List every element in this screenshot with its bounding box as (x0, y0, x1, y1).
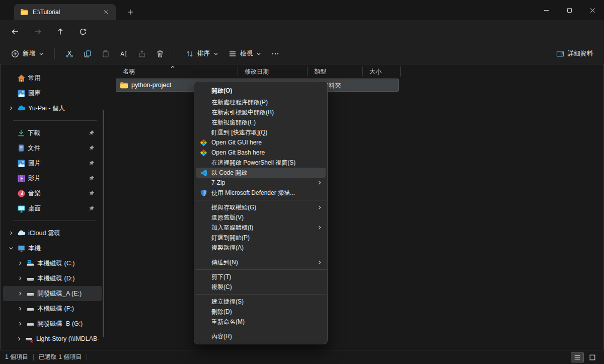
column-separator[interactable] (307, 66, 308, 77)
chevron-right-icon[interactable] (7, 106, 15, 111)
context-menu-item[interactable]: 開啟(O) (194, 84, 327, 97)
context-menu-item[interactable]: 傳送到(N) (194, 257, 327, 267)
sidebar-item[interactable]: 本機磁碟 (F:) (3, 301, 102, 316)
sidebar-item[interactable]: 圖庫 (3, 86, 102, 101)
column-header-name[interactable]: 名稱 (123, 67, 135, 76)
column-separator[interactable] (238, 66, 238, 77)
column-separator[interactable] (362, 66, 363, 77)
context-menu-item[interactable]: 釘選到開始(P) (194, 233, 327, 243)
sidebar-item[interactable]: 文件 (3, 140, 102, 156)
sidebar-item-label: 開發磁碟_A (E:) (37, 289, 82, 298)
menu-icon-spacer (199, 258, 207, 266)
sidebar-item[interactable]: Light-Story (\\IMDLAB-Del (3, 331, 102, 346)
tab-close-button[interactable] (100, 6, 113, 19)
large-icons-view-icon (589, 354, 596, 361)
new-tab-button[interactable] (124, 6, 137, 19)
details-view-button[interactable] (571, 352, 584, 362)
column-header-type[interactable]: 類型 (314, 67, 326, 76)
context-menu-item[interactable]: 剪下(T) (194, 272, 327, 282)
sidebar-item-label: 本機 (28, 244, 41, 253)
chevron-right-icon[interactable] (7, 231, 15, 236)
up-button[interactable] (52, 24, 68, 40)
menu-separator (195, 255, 327, 255)
menu-icon-spacer (199, 298, 207, 306)
chevron-down-icon[interactable] (7, 246, 15, 251)
chevron-right-icon[interactable] (16, 321, 24, 326)
context-menu-item[interactable]: 重新命名(M) (194, 317, 327, 327)
sidebar-item[interactable]: 本機 (3, 241, 102, 256)
context-menu-item[interactable]: 在新視窗開啟(E) (194, 117, 327, 127)
more-button[interactable] (267, 46, 283, 62)
view-button[interactable]: 檢視 (224, 46, 265, 62)
context-menu-item[interactable]: 還原舊版(V) (194, 212, 327, 223)
drive-icon (26, 289, 35, 298)
context-menu-item[interactable]: 釘選到 [快速存取](Q) (194, 127, 327, 137)
drive-icon (26, 305, 35, 313)
context-menu-item[interactable]: 在新索引標籤中開啟(B) (194, 107, 327, 117)
sidebar-scrollbar[interactable] (103, 110, 104, 337)
minimize-button[interactable] (535, 0, 558, 20)
sidebar-item[interactable]: 圖片 (3, 156, 102, 171)
chevron-right-icon[interactable] (16, 276, 24, 281)
sidebar-item[interactable]: 開發磁碟_A (E:) (3, 286, 102, 301)
context-menu-item[interactable]: 刪除(D) (194, 307, 327, 317)
back-button[interactable] (7, 24, 23, 40)
sidebar-item[interactable]: 音樂 (3, 186, 102, 201)
context-menu-item[interactable]: Open Git GUI here (194, 137, 327, 148)
chevron-right-icon[interactable] (16, 336, 23, 341)
paste-button[interactable] (98, 46, 114, 62)
paste-icon (102, 50, 110, 58)
forward-button[interactable] (30, 24, 46, 40)
sidebar-item[interactable]: 常用 (3, 70, 102, 86)
menu-item-label: 建立捷徑(S) (211, 298, 244, 306)
context-menu-item[interactable]: Open Git Bash here (194, 148, 327, 158)
rename-button[interactable] (116, 46, 132, 62)
context-menu-item[interactable]: 建立捷徑(S) (194, 297, 327, 307)
sidebar-item[interactable]: 本機磁碟 (D:) (3, 271, 102, 286)
delete-button[interactable] (152, 46, 168, 62)
details-pane-button[interactable]: 詳細資料 (552, 46, 597, 62)
sidebar-item[interactable]: 本機磁碟 (C:) (3, 256, 102, 271)
column-header-size[interactable]: 大小 (369, 67, 382, 76)
cut-icon (65, 50, 73, 58)
menu-item-label: 加入至媒體櫃(I) (211, 224, 253, 232)
context-menu-item[interactable]: 使用 Microsoft Defender 掃描... (194, 188, 327, 198)
new-button[interactable]: 新增 (7, 46, 48, 62)
context-menu-item[interactable]: 以 Code 開啟 (196, 168, 326, 178)
sidebar-item[interactable]: 下載 (3, 125, 102, 140)
context-menu-item[interactable]: 在這裡開啟 PowerShell 視窗(S) (194, 158, 327, 168)
copy-button[interactable] (80, 46, 96, 62)
network-drive-icon (25, 335, 34, 343)
explorer-tab[interactable]: E:\Tutorial (14, 4, 116, 20)
close-window-button[interactable] (581, 0, 604, 20)
sort-button[interactable]: 排序 (182, 46, 222, 62)
new-label: 新增 (23, 49, 35, 58)
sidebar-item-label: 常用 (28, 74, 41, 83)
large-icons-view-button[interactable] (586, 352, 599, 362)
context-menu-item[interactable]: 在新處理程序開啟(P) (194, 97, 327, 107)
context-menu-item[interactable]: 內容(R) (194, 331, 327, 341)
context-menu-item[interactable]: 7-Zip (194, 178, 327, 188)
sidebar-item[interactable]: iCloud 雲碟 (3, 226, 102, 241)
chevron-right-icon[interactable] (16, 306, 24, 311)
context-menu-item[interactable]: 加入至媒體櫃(I) (194, 223, 327, 233)
context-menu: 開啟(O)在新處理程序開啟(P)在新索引標籤中開啟(B)在新視窗開啟(E)釘選到… (194, 81, 328, 344)
menu-icon-spacer (199, 203, 207, 211)
chevron-right-icon[interactable] (16, 261, 24, 266)
sidebar-item[interactable]: Yu-Pai - 個人 (3, 101, 102, 116)
column-header-date[interactable]: 修改日期 (245, 67, 269, 76)
maximize-button[interactable] (558, 0, 581, 20)
menu-item-label: 剪下(T) (211, 273, 231, 281)
sidebar-item[interactable]: 影片 (3, 171, 102, 186)
share-button[interactable] (134, 46, 150, 62)
sidebar-item-label: 圖片 (28, 159, 41, 168)
sidebar-item[interactable]: 開發磁碟_B (G:) (3, 316, 102, 331)
column-separator[interactable] (400, 66, 401, 77)
context-menu-item[interactable]: 複製(C) (194, 282, 327, 292)
context-menu-item[interactable]: 授與存取權給(G) (194, 202, 327, 212)
refresh-button[interactable] (75, 24, 91, 40)
sidebar-item[interactable]: 桌面 (3, 201, 102, 216)
chevron-right-icon[interactable] (16, 291, 24, 296)
context-menu-item[interactable]: 複製路徑(A) (194, 243, 327, 253)
cut-button[interactable] (61, 46, 78, 62)
